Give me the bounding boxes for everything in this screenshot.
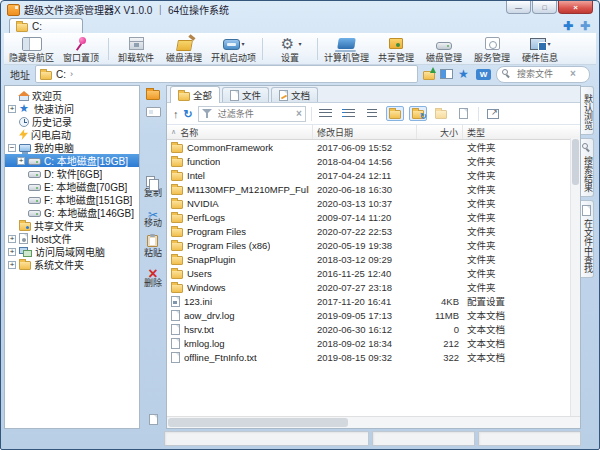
toolbar-button[interactable]: 计算机管理 — [321, 34, 372, 64]
address-input[interactable]: C: › — [35, 65, 418, 83]
filter-clear-icon[interactable]: × — [296, 109, 302, 119]
side-panel-tab[interactable]: 默认浏览 — [581, 86, 594, 135]
tree-item[interactable]: + 快速访问 — [5, 102, 139, 115]
file-row[interactable]: offline_FtnInfo.txt 2019-08-15 09:32 322… — [167, 350, 580, 364]
column-header-type[interactable]: 类型 — [463, 125, 580, 139]
breadcrumb[interactable]: C: — [56, 69, 66, 80]
file-row[interactable]: kmlog.log 2018-09-02 18:34 212 文本文档 — [167, 336, 580, 350]
action-button[interactable]: 复制 — [144, 176, 162, 198]
side-panel-tab[interactable]: 在文件中查找 — [581, 200, 594, 278]
horizontal-scroll-thumb[interactable] — [168, 418, 348, 427]
refresh-button[interactable]: ↻ — [184, 108, 193, 120]
new-split-tab-button[interactable]: ✚ — [580, 21, 590, 31]
status-panel-3 — [478, 431, 581, 446]
file-row[interactable]: PerfLogs 2009-07-14 11:20 文件夹 — [167, 210, 580, 224]
toolbar-button[interactable]: 窗口置顶 — [57, 34, 105, 64]
expand-toggle[interactable]: + — [8, 235, 16, 243]
file-type-cell: 文件夹 — [463, 182, 580, 196]
file-size-cell: 4KB — [417, 296, 463, 307]
toolbar-button[interactable]: 磁盘管理 — [420, 34, 468, 64]
toolbar-button[interactable]: 卸载软件 — [112, 34, 160, 64]
column-header-size[interactable]: 大小 — [417, 125, 463, 139]
tree-item[interactable]: 共享文件夹 — [5, 219, 139, 232]
file-row[interactable]: Windows 2020-07-27 23:18 文件夹 — [167, 280, 580, 294]
window-tab[interactable]: C: — [9, 18, 83, 33]
toolbar-button[interactable]: ▾ 开机启动项 — [208, 34, 259, 64]
file-type-cell: 文本文档 — [463, 336, 580, 350]
file-size-cell: 0 — [417, 324, 463, 335]
view-tab[interactable]: 全部 — [170, 86, 220, 103]
toolbar-button-label: 开机启动项 — [211, 54, 256, 63]
file-row[interactable]: Program Files 2020-07-22 22:53 文件夹 — [167, 224, 580, 238]
maximize-button[interactable]: □ — [532, 1, 557, 14]
file-row[interactable]: aow_drv.log 2019-09-05 17:13 11MB 文本文档 — [167, 308, 580, 322]
open-external-button[interactable] — [484, 106, 502, 121]
new-file-icon — [149, 414, 158, 425]
address-bar: 地址 C: › × — [4, 64, 596, 84]
file-date-cell: 2020-06-18 16:30 — [313, 184, 417, 195]
toolbar-button[interactable]: 服务管理 — [468, 34, 516, 64]
file-row[interactable]: hsrv.txt 2020-06-30 16:12 0 文本文档 — [167, 322, 580, 336]
new-file-button[interactable] — [455, 106, 473, 121]
file-row[interactable]: CommonFramework 2017-06-09 15:52 文件夹 — [167, 140, 580, 154]
action-button[interactable] — [149, 414, 158, 425]
toolbar-button[interactable]: ▾ 设置 — [266, 34, 314, 64]
file-row[interactable]: 123.ini 2017-11-20 16:41 4KB 配置设置 — [167, 294, 580, 308]
view-mode-list-button[interactable] — [317, 106, 335, 121]
show-folders-button[interactable] — [386, 106, 404, 121]
action-button[interactable] — [146, 107, 161, 117]
close-button[interactable]: × — [558, 1, 593, 14]
view-tab[interactable]: 文档 — [271, 87, 318, 102]
expand-toggle[interactable]: − — [8, 144, 16, 152]
filter-input[interactable] — [216, 108, 293, 120]
vertical-scroll-thumb[interactable] — [572, 139, 579, 185]
file-row[interactable]: Users 2016-11-25 12:40 文件夹 — [167, 266, 580, 280]
file-row[interactable]: M1130MFP_M1210MFP_Full_Solution 2020-06-… — [167, 182, 580, 196]
vertical-scrollbar[interactable] — [570, 138, 580, 416]
split-view-icon[interactable] — [440, 69, 453, 79]
expand-toggle[interactable]: + — [8, 261, 16, 269]
search-input[interactable] — [515, 68, 567, 80]
up-directory-icon[interactable] — [423, 71, 435, 80]
filter-box[interactable]: × — [198, 106, 306, 122]
action-button[interactable]: 删除 — [144, 265, 162, 288]
w-badge-icon[interactable] — [476, 69, 491, 80]
title-bar[interactable]: 超级文件资源管理器X V1.0.0 ｜ 64位操作系统 — □ × — [1, 1, 599, 18]
file-row[interactable]: SnapPlugin 2018-03-12 09:29 文件夹 — [167, 252, 580, 266]
file-type-cell: 文件夹 — [463, 210, 580, 224]
search-box[interactable]: × — [496, 66, 590, 83]
column-header-name[interactable]: ∧名称 — [167, 125, 313, 139]
file-row[interactable]: Intel 2017-04-24 12:11 文件夹 — [167, 168, 580, 182]
view-mode-details-button[interactable] — [340, 106, 358, 121]
toolbar-button[interactable]: ▾ 硬件信息 — [516, 34, 564, 64]
view-mode-compact-button[interactable] — [363, 106, 381, 121]
side-panel-tab[interactable]: 搜索结果 — [581, 138, 594, 197]
file-row[interactable]: function 2018-04-04 14:56 文件夹 — [167, 154, 580, 168]
toolbar-button[interactable]: 隐藏导航区 — [6, 34, 57, 64]
toolbar-button[interactable]: 共享管理 — [372, 34, 420, 64]
view-tab[interactable]: 文件 — [222, 87, 269, 102]
tree-item[interactable]: 历史记录 — [5, 115, 139, 128]
favorite-star-icon[interactable] — [458, 68, 471, 80]
hidden-items-button[interactable] — [432, 106, 450, 121]
column-header-date[interactable]: 修改日期 — [313, 125, 417, 139]
expand-toggle[interactable]: + — [8, 105, 16, 113]
tree-item[interactable]: + 系统文件夹 — [5, 258, 139, 271]
file-row[interactable]: NVIDIA 2020-03-13 10:37 文件夹 — [167, 196, 580, 210]
toolbar-button[interactable]: 磁盘清理 — [160, 34, 208, 64]
new-tab-button[interactable]: ✚ — [563, 21, 573, 31]
up-button[interactable]: ↑ — [173, 108, 179, 120]
auto-refresh-button[interactable] — [409, 106, 427, 121]
folder-icon — [171, 256, 183, 265]
minimize-button[interactable]: — — [506, 1, 531, 14]
action-button[interactable]: 粘贴 — [144, 235, 162, 258]
action-button[interactable] — [146, 90, 160, 100]
action-button[interactable]: 移动 — [144, 205, 162, 228]
file-row[interactable]: Program Files (x86) 2020-05-19 19:38 文件夹 — [167, 238, 580, 252]
file-date-cell: 2017-04-24 12:11 — [313, 170, 417, 181]
expand-toggle[interactable]: + — [8, 248, 16, 256]
file-date-cell: 2018-09-02 18:34 — [313, 338, 417, 349]
expand-toggle[interactable]: + — [17, 157, 25, 165]
search-clear-icon[interactable]: × — [570, 69, 576, 79]
horizontal-scrollbar[interactable] — [167, 416, 580, 428]
